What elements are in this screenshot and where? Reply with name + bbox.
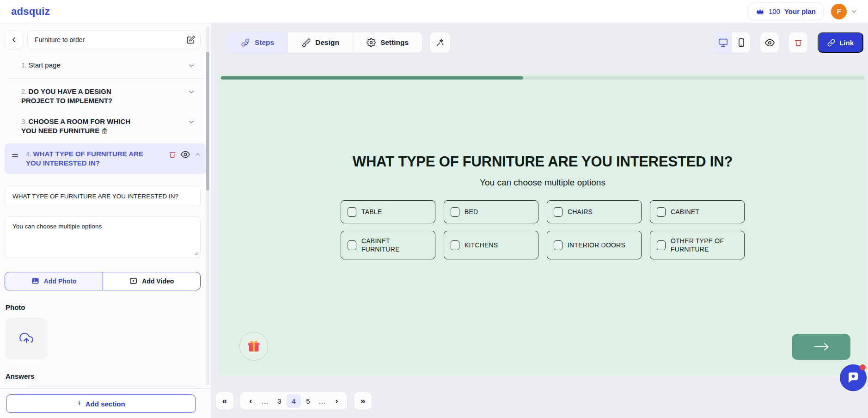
link-button-label: Link [839,39,854,47]
media-segmented-control: Add Photo Add Video [5,272,201,290]
option-card[interactable]: INTERIOR DOORS [547,231,642,259]
option-checkbox[interactable] [451,240,459,250]
link-chain-icon [827,39,835,47]
page-group: ‹ ... 3 4 5 ... › [240,392,347,410]
mobile-view-button[interactable] [732,32,750,53]
option-label: CHAIRS [568,208,593,216]
chevron-down-icon[interactable] [850,8,858,15]
progress-bar [221,76,864,80]
chevron-down-icon[interactable] [188,88,195,96]
tab-settings[interactable]: Settings [353,32,422,53]
sidebar-section-choose-room[interactable]: 3.CHOOSE A ROOM FOR WHICH YOU NEED FURNI… [0,111,211,141]
section-title: WHAT TYPE OF FURNITURE ARE YOU INTERESTE… [26,150,143,167]
link-button[interactable]: Link [818,32,863,53]
photo-upload-dropzone[interactable] [6,318,47,359]
add-video-label: Add Video [142,277,174,285]
last-page-button[interactable]: » [354,392,372,410]
magic-wand-button[interactable] [430,32,450,53]
chevron-up-icon[interactable] [194,151,202,158]
quiz-title-input[interactable] [27,31,201,49]
section-number: 2. [21,87,27,95]
gift-icon [246,338,262,354]
next-step-button[interactable] [792,334,850,360]
notification-dot [860,364,866,370]
app-logo: adsquiz [11,6,50,18]
gift-bonus-button[interactable] [239,332,268,361]
option-label: CABINET FURNITURE [361,237,429,253]
question-subtitle: You can choose multiple options [218,178,867,188]
option-card[interactable]: CABINET FURNITURE [341,231,435,259]
option-card[interactable]: KITCHENS [444,231,538,259]
option-checkbox[interactable] [554,207,562,217]
paintbrush-icon [301,38,311,47]
chevron-down-icon[interactable] [188,62,195,69]
next-page-button[interactable]: › [330,392,344,410]
sidebar-section-furniture-type-selected[interactable]: 4.WHAT TYPE OF FURNITURE ARE YOU INTERES… [5,143,206,174]
option-card[interactable]: CABINET [650,200,745,223]
preview-eye-button[interactable] [760,32,779,53]
add-video-button[interactable]: Add Video [103,272,201,290]
steps-pagination: « ‹ ... 3 4 5 ... › » [216,392,372,410]
option-checkbox[interactable] [348,240,356,250]
resize-handle-icon[interactable] [194,251,198,256]
option-label: CABINET [671,208,699,216]
sidebar-bottom-bar: + Add section [0,388,211,418]
option-label: BED [465,208,478,216]
section-title: DO YOU HAVE A DESIGN PROJECT TO IMPLEMEN… [21,87,112,104]
add-section-button[interactable]: + Add section [6,394,196,413]
option-checkbox[interactable] [348,207,356,217]
back-button[interactable] [5,31,23,49]
visibility-eye-icon[interactable] [181,150,190,159]
page-4-button-current[interactable]: 4 [287,394,301,408]
option-label: TABLE [361,208,382,216]
option-checkbox[interactable] [657,240,666,250]
device-preview-toggle [714,32,750,53]
chat-widget-button[interactable] [840,364,867,391]
main-area: Steps Design Settings [211,23,868,418]
progress-bar-fill [221,76,523,80]
question-title-input[interactable] [5,186,201,207]
page-3-button[interactable]: 3 [272,392,287,410]
ellipsis-left: ... [258,392,272,410]
sidebar-section-start-page[interactable]: 1.Start page [0,55,211,76]
account-menu[interactable]: F [831,4,858,19]
option-card[interactable]: CHAIRS [547,200,642,223]
drag-handle-icon[interactable] [12,153,18,159]
tab-design[interactable]: Design [288,32,353,53]
plan-label: Your plan [784,7,816,15]
option-card[interactable]: TABLE [341,200,435,223]
plan-pill[interactable]: 100 Your plan [748,3,824,20]
prev-page-button[interactable]: ‹ [244,392,258,410]
editor-tabs: Steps Design Settings [227,32,422,53]
desktop-view-button[interactable] [714,32,732,53]
sidebar-scrollbar-thumb[interactable] [206,52,209,191]
photo-image-icon [31,277,40,285]
add-section-label: Add section [86,400,125,408]
section-number: 3. [21,117,27,125]
section-number: 4. [26,150,32,158]
page-5-button[interactable]: 5 [301,392,315,410]
option-checkbox[interactable] [657,207,666,217]
plan-points: 100 [769,7,780,15]
delete-section-icon[interactable] [168,150,177,159]
ellipsis-right: ... [315,392,330,410]
chat-bubble-icon [846,371,860,385]
avatar[interactable]: F [831,4,847,19]
add-photo-label: Add Photo [44,277,77,285]
edit-icon[interactable] [187,36,195,44]
arrow-right-icon [813,342,830,352]
option-card[interactable]: OTHER TYPE OF FURNITURE [650,231,745,259]
sidebar: 1.Start page 2.DO YOU HAVE A DESIGN PROJ… [0,23,211,418]
divider [6,78,204,79]
option-card[interactable]: BED [444,200,538,223]
option-checkbox[interactable] [554,240,562,250]
sidebar-section-design-project[interactable]: 2.DO YOU HAVE A DESIGN PROJECT TO IMPLEM… [0,81,211,111]
option-checkbox[interactable] [451,207,459,217]
question-description-textarea[interactable]: You can choose multiple options [5,216,201,258]
cloud-upload-icon [19,332,33,345]
chevron-down-icon[interactable] [188,118,195,126]
first-page-button[interactable]: « [216,392,233,410]
add-photo-button[interactable]: Add Photo [5,272,103,290]
tab-steps[interactable]: Steps [227,32,288,53]
delete-quiz-button[interactable] [789,32,807,53]
